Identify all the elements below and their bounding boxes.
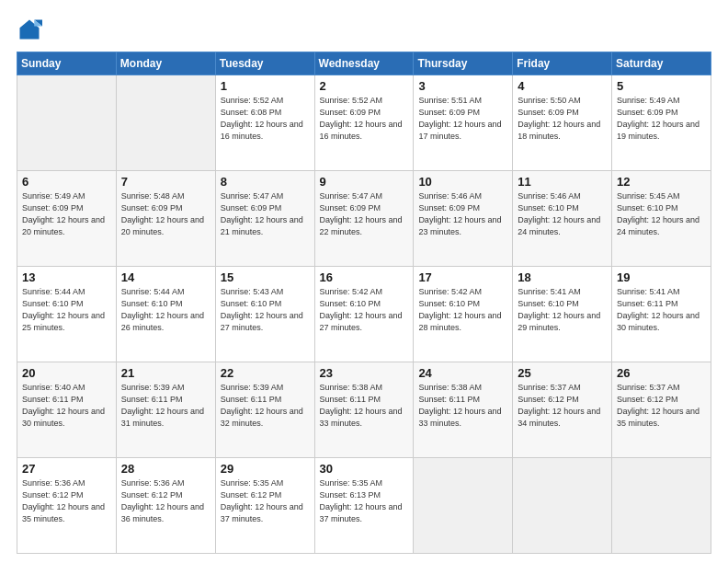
- calendar-week-row: 1Sunrise: 5:52 AM Sunset: 6:08 PM Daylig…: [17, 75, 711, 171]
- calendar-day-cell: [17, 75, 117, 171]
- calendar-day-cell: 14Sunrise: 5:44 AM Sunset: 6:10 PM Dayli…: [116, 267, 215, 362]
- calendar-day-cell: 4Sunrise: 5:50 AM Sunset: 6:09 PM Daylig…: [513, 75, 612, 171]
- day-number: 30: [320, 462, 409, 476]
- day-number: 14: [121, 270, 210, 284]
- day-info: Sunrise: 5:36 AM Sunset: 6:12 PM Dayligh…: [22, 477, 111, 525]
- day-number: 16: [320, 270, 409, 284]
- calendar-day-cell: 24Sunrise: 5:38 AM Sunset: 6:11 PM Dayli…: [414, 362, 513, 458]
- day-number: 8: [221, 175, 310, 189]
- calendar-day-header: Wednesday: [314, 52, 414, 75]
- day-number: 2: [320, 79, 409, 93]
- day-number: 9: [320, 175, 409, 189]
- day-number: 23: [320, 366, 409, 380]
- day-number: 4: [518, 79, 607, 93]
- calendar-day-cell: 3Sunrise: 5:51 AM Sunset: 6:09 PM Daylig…: [414, 75, 513, 171]
- calendar-day-cell: 1Sunrise: 5:52 AM Sunset: 6:08 PM Daylig…: [215, 75, 314, 171]
- day-info: Sunrise: 5:46 AM Sunset: 6:09 PM Dayligh…: [418, 190, 507, 238]
- logo: [17, 17, 46, 42]
- day-info: Sunrise: 5:42 AM Sunset: 6:10 PM Dayligh…: [418, 286, 507, 334]
- day-info: Sunrise: 5:45 AM Sunset: 6:10 PM Dayligh…: [617, 190, 706, 238]
- calendar-day-cell: 15Sunrise: 5:43 AM Sunset: 6:10 PM Dayli…: [215, 267, 314, 362]
- calendar-day-cell: 26Sunrise: 5:37 AM Sunset: 6:12 PM Dayli…: [612, 362, 711, 458]
- day-number: 13: [22, 270, 111, 284]
- calendar-day-header: Thursday: [414, 52, 513, 75]
- day-number: 6: [22, 175, 111, 189]
- calendar-header-row: SundayMondayTuesdayWednesdayThursdayFrid…: [17, 52, 711, 75]
- day-info: Sunrise: 5:38 AM Sunset: 6:11 PM Dayligh…: [320, 382, 409, 430]
- day-number: 20: [22, 366, 111, 380]
- calendar-day-header: Sunday: [17, 52, 117, 75]
- calendar-day-cell: 29Sunrise: 5:35 AM Sunset: 6:12 PM Dayli…: [215, 458, 314, 554]
- day-info: Sunrise: 5:35 AM Sunset: 6:13 PM Dayligh…: [320, 477, 409, 525]
- day-info: Sunrise: 5:36 AM Sunset: 6:12 PM Dayligh…: [121, 477, 210, 525]
- calendar-day-cell: 11Sunrise: 5:46 AM Sunset: 6:10 PM Dayli…: [513, 171, 612, 267]
- calendar-day-header: Saturday: [612, 52, 711, 75]
- calendar-day-cell: 28Sunrise: 5:36 AM Sunset: 6:12 PM Dayli…: [116, 458, 215, 554]
- calendar-day-cell: 25Sunrise: 5:37 AM Sunset: 6:12 PM Dayli…: [513, 362, 612, 458]
- calendar-day-cell: [116, 75, 215, 171]
- day-number: 3: [418, 79, 507, 93]
- calendar-day-cell: 2Sunrise: 5:52 AM Sunset: 6:09 PM Daylig…: [314, 75, 414, 171]
- calendar-day-cell: 10Sunrise: 5:46 AM Sunset: 6:09 PM Dayli…: [414, 171, 513, 267]
- page: SundayMondayTuesdayWednesdayThursdayFrid…: [0, 0, 728, 563]
- calendar-day-cell: [513, 458, 612, 554]
- calendar-day-cell: 22Sunrise: 5:39 AM Sunset: 6:11 PM Dayli…: [215, 362, 314, 458]
- day-info: Sunrise: 5:47 AM Sunset: 6:09 PM Dayligh…: [320, 190, 409, 238]
- calendar-week-row: 27Sunrise: 5:36 AM Sunset: 6:12 PM Dayli…: [17, 458, 711, 554]
- day-info: Sunrise: 5:46 AM Sunset: 6:10 PM Dayligh…: [518, 190, 607, 238]
- day-number: 28: [121, 462, 210, 476]
- calendar-day-cell: 6Sunrise: 5:49 AM Sunset: 6:09 PM Daylig…: [17, 171, 117, 267]
- day-number: 1: [221, 79, 310, 93]
- calendar-day-cell: 7Sunrise: 5:48 AM Sunset: 6:09 PM Daylig…: [116, 171, 215, 267]
- calendar-day-cell: 23Sunrise: 5:38 AM Sunset: 6:11 PM Dayli…: [314, 362, 414, 458]
- day-info: Sunrise: 5:52 AM Sunset: 6:09 PM Dayligh…: [320, 95, 409, 143]
- day-info: Sunrise: 5:35 AM Sunset: 6:12 PM Dayligh…: [221, 477, 310, 525]
- day-info: Sunrise: 5:40 AM Sunset: 6:11 PM Dayligh…: [22, 382, 111, 430]
- day-number: 12: [617, 175, 706, 189]
- calendar-day-cell: 5Sunrise: 5:49 AM Sunset: 6:09 PM Daylig…: [612, 75, 711, 171]
- day-number: 18: [518, 270, 607, 284]
- calendar-day-cell: 27Sunrise: 5:36 AM Sunset: 6:12 PM Dayli…: [17, 458, 117, 554]
- day-number: 15: [221, 270, 310, 284]
- day-number: 29: [221, 462, 310, 476]
- calendar-day-cell: 8Sunrise: 5:47 AM Sunset: 6:09 PM Daylig…: [215, 171, 314, 267]
- day-info: Sunrise: 5:48 AM Sunset: 6:09 PM Dayligh…: [121, 190, 210, 238]
- day-info: Sunrise: 5:51 AM Sunset: 6:09 PM Dayligh…: [418, 95, 507, 143]
- day-info: Sunrise: 5:38 AM Sunset: 6:11 PM Dayligh…: [418, 382, 507, 430]
- calendar-table: SundayMondayTuesdayWednesdayThursdayFrid…: [17, 52, 711, 554]
- calendar-day-cell: [414, 458, 513, 554]
- day-info: Sunrise: 5:52 AM Sunset: 6:08 PM Dayligh…: [221, 95, 310, 143]
- day-info: Sunrise: 5:37 AM Sunset: 6:12 PM Dayligh…: [518, 382, 607, 430]
- calendar-day-header: Friday: [513, 52, 612, 75]
- day-number: 21: [121, 366, 210, 380]
- day-number: 19: [617, 270, 706, 284]
- day-info: Sunrise: 5:50 AM Sunset: 6:09 PM Dayligh…: [518, 95, 607, 143]
- day-info: Sunrise: 5:44 AM Sunset: 6:10 PM Dayligh…: [22, 286, 111, 334]
- header: [17, 17, 711, 42]
- day-info: Sunrise: 5:43 AM Sunset: 6:10 PM Dayligh…: [221, 286, 310, 334]
- calendar-day-header: Monday: [116, 52, 215, 75]
- calendar-day-cell: 17Sunrise: 5:42 AM Sunset: 6:10 PM Dayli…: [414, 267, 513, 362]
- day-number: 7: [121, 175, 210, 189]
- day-info: Sunrise: 5:42 AM Sunset: 6:10 PM Dayligh…: [320, 286, 409, 334]
- calendar-day-cell: 19Sunrise: 5:41 AM Sunset: 6:11 PM Dayli…: [612, 267, 711, 362]
- day-number: 11: [518, 175, 607, 189]
- calendar-day-cell: [612, 458, 711, 554]
- day-number: 26: [617, 366, 706, 380]
- day-number: 22: [221, 366, 310, 380]
- calendar-day-cell: 30Sunrise: 5:35 AM Sunset: 6:13 PM Dayli…: [314, 458, 414, 554]
- day-number: 27: [22, 462, 111, 476]
- day-number: 5: [617, 79, 706, 93]
- calendar-day-cell: 13Sunrise: 5:44 AM Sunset: 6:10 PM Dayli…: [17, 267, 117, 362]
- calendar-week-row: 6Sunrise: 5:49 AM Sunset: 6:09 PM Daylig…: [17, 171, 711, 267]
- day-info: Sunrise: 5:37 AM Sunset: 6:12 PM Dayligh…: [617, 382, 706, 430]
- day-info: Sunrise: 5:49 AM Sunset: 6:09 PM Dayligh…: [617, 95, 706, 143]
- day-number: 10: [418, 175, 507, 189]
- calendar-day-header: Tuesday: [215, 52, 314, 75]
- day-info: Sunrise: 5:44 AM Sunset: 6:10 PM Dayligh…: [121, 286, 210, 334]
- day-number: 25: [518, 366, 607, 380]
- day-info: Sunrise: 5:49 AM Sunset: 6:09 PM Dayligh…: [22, 190, 111, 238]
- calendar-week-row: 20Sunrise: 5:40 AM Sunset: 6:11 PM Dayli…: [17, 362, 711, 458]
- logo-icon: [17, 17, 42, 42]
- calendar-day-cell: 20Sunrise: 5:40 AM Sunset: 6:11 PM Dayli…: [17, 362, 117, 458]
